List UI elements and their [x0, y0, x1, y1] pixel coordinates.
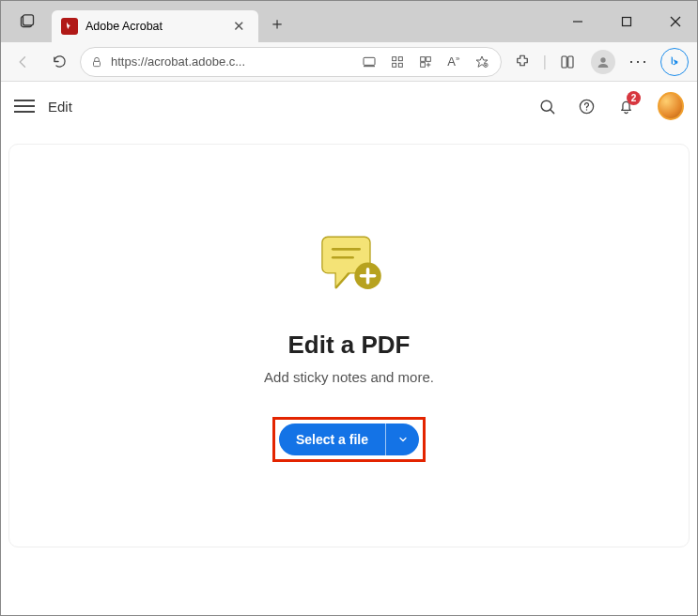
svg-rect-14	[427, 56, 431, 61]
window-minimize-button[interactable]	[562, 7, 594, 37]
extension-icon[interactable]	[416, 54, 435, 69]
tab-actions-button[interactable]	[12, 7, 42, 37]
profile-button[interactable]	[588, 47, 618, 77]
lock-icon	[90, 55, 103, 69]
tab-close-button[interactable]: ✕	[229, 18, 249, 35]
extensions-button[interactable]	[507, 47, 537, 77]
highlight-annotation: Select a file	[272, 417, 426, 462]
svg-rect-1	[23, 15, 34, 25]
more-menu-button[interactable]: ···	[624, 47, 654, 77]
svg-rect-12	[398, 63, 402, 67]
edit-pdf-card: Edit a PDF Add sticky notes and more. Se…	[8, 144, 690, 547]
window-controls	[562, 7, 697, 42]
favorite-icon[interactable]	[473, 54, 491, 69]
address-bar[interactable]: https://acrobat.adobe.c... A»	[80, 47, 502, 77]
browser-tab[interactable]: Adobe Acrobat ✕	[52, 10, 258, 42]
svg-rect-11	[393, 63, 396, 67]
svg-rect-15	[421, 62, 426, 67]
menu-button[interactable]	[14, 100, 35, 113]
svg-rect-7	[364, 57, 375, 65]
new-tab-button[interactable]: ＋	[262, 8, 292, 38]
notifications-button[interactable]: 2	[613, 93, 639, 119]
svg-point-19	[600, 57, 605, 62]
card-subheading: Add sticky notes and more.	[264, 369, 434, 385]
card-heading: Edit a PDF	[287, 331, 410, 360]
svg-rect-18	[568, 56, 573, 68]
svg-line-21	[551, 110, 554, 114]
select-file-button[interactable]: Select a file	[279, 424, 385, 455]
svg-rect-6	[94, 61, 101, 66]
screen-icon[interactable]	[360, 54, 379, 69]
select-file-dropdown[interactable]	[385, 424, 419, 455]
url-action-icons: A»	[360, 54, 491, 69]
comment-plus-icon	[307, 229, 392, 304]
nav-back-button[interactable]	[8, 47, 39, 77]
page-body: Edit 2	[1, 82, 697, 615]
page-header: Edit 2	[1, 82, 697, 131]
svg-rect-9	[393, 56, 396, 60]
browser-toolbar: https://acrobat.adobe.c... A» | ···	[1, 42, 697, 82]
svg-rect-13	[421, 56, 426, 61]
svg-rect-10	[398, 56, 402, 60]
search-button[interactable]	[534, 93, 560, 119]
svg-rect-3	[623, 18, 631, 26]
svg-rect-17	[562, 56, 566, 68]
page-title: Edit	[48, 99, 72, 115]
text-size-icon[interactable]: A»	[444, 54, 463, 69]
window-maximize-button[interactable]	[611, 7, 643, 37]
svg-point-23	[585, 109, 586, 110]
browser-titlebar: Adobe Acrobat ✕ ＋	[1, 1, 697, 42]
nav-refresh-button[interactable]	[44, 47, 74, 77]
help-button[interactable]	[573, 93, 599, 119]
tab-title: Adobe Acrobat	[85, 20, 163, 33]
window-close-button[interactable]	[659, 7, 691, 37]
bing-chat-button[interactable]	[659, 47, 690, 77]
url-text: https://acrobat.adobe.c...	[111, 54, 352, 69]
grid-icon[interactable]	[388, 54, 407, 69]
collections-button[interactable]	[552, 47, 582, 77]
notification-badge: 2	[627, 91, 641, 105]
acrobat-favicon	[61, 18, 78, 35]
user-avatar[interactable]	[658, 93, 684, 119]
